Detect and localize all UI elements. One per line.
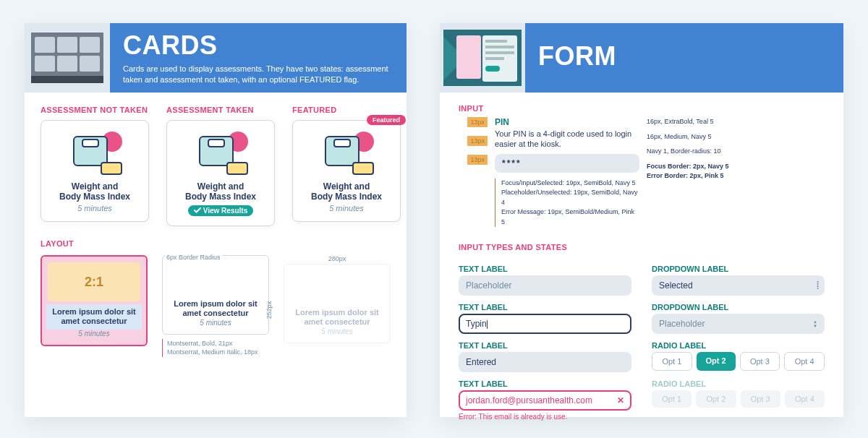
radio-opt-2[interactable]: Opt 2: [697, 352, 736, 371]
pill-label: View Results: [203, 207, 248, 215]
text-input-focus[interactable]: Typin: [459, 314, 631, 334]
card-title: Weight andBody Mass Index: [46, 181, 144, 202]
layout-dur: 5 minutes: [167, 319, 264, 327]
svg-rect-2: [57, 37, 77, 53]
text-input-error[interactable]: jordan.ford@pursuanthealth.com ✕: [459, 390, 631, 411]
margin-label: 13px: [467, 117, 488, 127]
layout-card-spec: Lorem ipsum dolor sit amet consectetur 5…: [162, 255, 269, 334]
input-section-label: INPUT: [459, 104, 825, 113]
cards-hero-thumb: [25, 23, 110, 93]
text-label: TEXT LABEL: [459, 265, 631, 273]
layout-dur: 5 minutes: [289, 327, 386, 335]
dropdown-label: DROPDOWN LABEL: [652, 303, 825, 312]
pin-input[interactable]: ****: [495, 154, 639, 173]
svg-rect-15: [485, 57, 504, 60]
text-input-placeholder[interactable]: Placeholder: [459, 275, 631, 296]
card-not-taken[interactable]: Weight andBody Mass Index 5 minutes: [41, 120, 149, 222]
cards-subtitle: Cards are used to display assessments. T…: [123, 64, 393, 85]
cards-hero: CARDS Cards are used to display assessme…: [25, 23, 407, 93]
card-title: Weight andBody Mass Index: [297, 181, 396, 202]
typed-text: Typin: [466, 319, 487, 329]
scale-icon: [323, 134, 370, 172]
pin-right-specs: 16px, ExtraBold, Teal 5 16px, Medium, Na…: [647, 117, 825, 227]
pin-label: PIN: [495, 117, 639, 127]
form-hero: FORM: [440, 23, 843, 93]
card-duration: 5 minutes: [46, 204, 144, 212]
svg-rect-14: [485, 51, 514, 54]
label-taken: ASSESSMENT TAKEN: [166, 106, 275, 114]
layout-title: Lorem ipsum dolor sit amet consectetur: [167, 299, 264, 318]
svg-rect-12: [485, 40, 507, 43]
layout-title: Lorem ipsum dolor sit amet consectetur: [46, 304, 142, 329]
radio-opt-4: Opt 4: [785, 390, 825, 408]
radio-group-enabled: Opt 1 Opt 2 Opt 3 Opt 4: [652, 352, 825, 371]
cards-examples-row: ASSESSMENT NOT TAKEN Weight andBody Mass…: [25, 93, 407, 226]
scale-icon: [197, 134, 244, 172]
layout-card-colored: 2:1 Lorem ipsum dolor sit amet consectet…: [41, 255, 148, 345]
dropdown-selected[interactable]: Selected ⁞: [652, 275, 825, 296]
margin-label: 13px: [467, 155, 488, 165]
dropdown-value: Placeholder: [659, 319, 705, 329]
svg-rect-16: [485, 66, 500, 72]
radio-label: RADIO LABEL: [652, 341, 825, 350]
svg-rect-5: [57, 56, 77, 72]
text-label: TEXT LABEL: [459, 303, 631, 312]
svg-rect-6: [80, 56, 100, 72]
radio-opt-2: Opt 2: [696, 390, 736, 408]
radio-opt-1[interactable]: Opt 1: [652, 352, 692, 371]
check-icon: [194, 207, 201, 214]
form-hero-thumb: [440, 23, 525, 93]
dropdown-placeholder[interactable]: Placeholder ▲▼: [652, 314, 825, 334]
cards-panel: CARDS Cards are used to display assessme…: [25, 23, 407, 417]
form-title: FORM: [538, 41, 830, 72]
svg-rect-4: [35, 56, 55, 72]
typography-legend: Montserrat, Bold, 21pxMontserrat, Medium…: [162, 339, 269, 357]
pin-hint: Your PIN is a 4-digit code used to login…: [495, 129, 639, 150]
svg-rect-7: [31, 76, 103, 83]
radio-label-disabled: RADIO LABEL: [652, 379, 825, 388]
view-results-pill[interactable]: View Results: [188, 205, 254, 216]
layout-section: LAYOUT 2:1 Lorem ipsum dolor sit amet co…: [25, 226, 407, 357]
radio-opt-1: Opt 1: [652, 390, 692, 408]
form-panel: FORM INPUT 13px 13px 13px PIN Your PIN i…: [440, 23, 843, 417]
card-title: Weight andBody Mass Index: [171, 181, 270, 202]
svg-rect-10: [456, 35, 481, 79]
text-input-entered[interactable]: Entered: [459, 352, 631, 372]
label-featured: FEATURED: [292, 106, 401, 114]
dropdown-value: Selected: [659, 280, 693, 291]
layout-card-ghost: Lorem ipsum dolor sit amet consectetur 5…: [284, 264, 391, 343]
margin-label: 13px: [467, 136, 488, 146]
layout-label: LAYOUT: [41, 239, 74, 248]
border-radius-note: 6px Border Radius: [165, 254, 222, 261]
layout-dur: 5 minutes: [46, 330, 142, 338]
label-not-taken: ASSESSMENT NOT TAKEN: [41, 106, 149, 114]
radio-opt-3[interactable]: Opt 3: [740, 352, 780, 371]
card-taken[interactable]: Weight andBody Mass Index View Results: [166, 120, 275, 226]
svg-rect-13: [485, 46, 514, 48]
aspect-ratio-box: 2:1: [48, 262, 140, 301]
error-input-value: jordan.ford@pursuanthealth.com: [466, 395, 592, 405]
svg-rect-1: [35, 37, 55, 53]
radio-opt-3: Opt 3: [741, 390, 780, 408]
text-label: TEXT LABEL: [459, 379, 631, 388]
card-duration: 5 minutes: [297, 204, 396, 212]
error-message: Error: This email is already is use.: [459, 413, 631, 421]
featured-badge: Featured: [367, 115, 406, 125]
scale-icon: [72, 134, 118, 172]
cards-title: CARDS: [123, 30, 393, 61]
card-featured[interactable]: Featured Weight andBody Mass Index 5 min…: [292, 120, 401, 222]
radio-opt-4[interactable]: Opt 4: [784, 352, 825, 371]
pin-state-specs: Focus/Input/Selected: 19px, SemiBold, Na…: [495, 179, 639, 228]
radio-group-disabled: Opt 1 Opt 2 Opt 3 Opt 4: [652, 390, 825, 408]
input-states-title: INPUT TYPES AND STATES: [459, 243, 825, 252]
height-dim: 252px: [265, 301, 273, 319]
dropdown-label: DROPDOWN LABEL: [652, 265, 825, 273]
layout-title: Lorem ipsum dolor sit amet consectetur: [289, 308, 386, 327]
pin-spec-block: 13px 13px 13px PIN Your PIN is a 4-digit…: [459, 117, 825, 227]
text-label: TEXT LABEL: [459, 341, 631, 350]
width-dim: 280px: [284, 255, 391, 262]
close-icon[interactable]: ✕: [617, 395, 624, 405]
chevron-updown-icon: ▲▼: [813, 319, 817, 328]
svg-rect-3: [80, 37, 100, 53]
